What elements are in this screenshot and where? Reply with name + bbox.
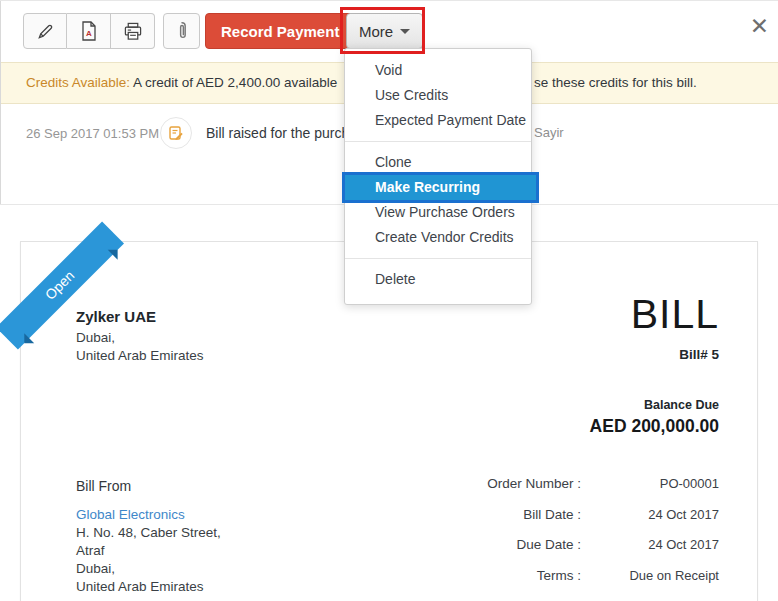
organization-address-line: United Arab Emirates [76, 347, 204, 365]
bill-fields: Order Number :PO-00001Bill Date :24 Oct … [419, 476, 719, 598]
balance-due-label: Balance Due [590, 398, 719, 412]
bill-field-value: PO-00001 [581, 476, 719, 491]
credits-banner-message: A credit of AED 2,400.00 available [130, 75, 337, 90]
menu-divider [345, 258, 531, 259]
balance-due-block: Balance Due AED 200,000.00 [590, 398, 719, 437]
vendor-address-line: Dubai, [76, 560, 221, 578]
bill-field-row: Due Date :24 Oct 2017 [419, 537, 719, 552]
comment-text: Bill raised for the purcha [206, 125, 357, 141]
comment-timestamp: 26 Sep 2017 01:53 PM [26, 126, 159, 141]
print-button[interactable] [111, 13, 155, 49]
record-payment-button[interactable]: Record Payment [205, 13, 355, 49]
bill-field-label: Due Date : [419, 537, 581, 552]
more-button[interactable]: More [346, 13, 423, 49]
bill-field-value: 24 Oct 2017 [581, 537, 719, 552]
menu-item-create-vendor-credits[interactable]: Create Vendor Credits [345, 225, 531, 250]
bill-title: BILL [631, 294, 719, 335]
menu-item-view-purchase-orders[interactable]: View Purchase Orders [345, 200, 531, 225]
credits-banner-text-left: Credits Available: A credit of AED 2,400… [26, 63, 337, 103]
print-icon [123, 22, 143, 41]
menu-item-use-credits[interactable]: Use Credits [345, 83, 531, 108]
toolbar-button-group: A [23, 13, 155, 49]
edit-button[interactable] [23, 13, 67, 49]
balance-due-value: AED 200,000.00 [590, 416, 719, 437]
attachment-icon [176, 21, 188, 41]
organization-address-line: Dubai, [76, 329, 204, 347]
bill-field-value: 24 Oct 2017 [581, 507, 719, 522]
organization-address-lines: Dubai,United Arab Emirates [76, 329, 204, 365]
credits-banner-text-right: se these credits for this bill. [534, 63, 697, 103]
vendor-address-line: H. No. 48, Caber Street, [76, 524, 221, 542]
menu-item-clone[interactable]: Clone [345, 150, 531, 175]
bill-title-block: BILL Bill# 5 [631, 294, 719, 362]
pdf-button[interactable]: A [67, 13, 111, 49]
edit-icon [36, 22, 55, 41]
organization-address-block: Zylker UAE Dubai,United Arab Emirates [76, 308, 204, 365]
bill-from-block: Bill From Global Electronics H. No. 48, … [76, 477, 221, 596]
menu-item-expected-payment-date[interactable]: Expected Payment Date [345, 108, 531, 133]
bill-field-label: Order Number : [419, 476, 581, 491]
bill-field-value: Due on Receipt [581, 568, 719, 583]
pdf-icon: A [80, 21, 98, 41]
note-pencil-icon [160, 117, 192, 149]
comment-author: Sayir [534, 125, 564, 140]
record-payment-label: Record Payment [221, 23, 339, 40]
menu-item-delete[interactable]: Delete [345, 267, 531, 292]
close-icon[interactable]: ✕ [750, 15, 769, 38]
bill-field-row: Order Number :PO-00001 [419, 476, 719, 491]
bill-field-label: Bill Date : [419, 507, 581, 522]
bill-field-row: Terms :Due on Receipt [419, 568, 719, 583]
vendor-address-lines: H. No. 48, Caber Street,Atraf Dubai,Unit… [76, 524, 221, 596]
bill-from-label: Bill From [76, 477, 221, 495]
more-menu: VoidUse CreditsExpected Payment DateClon… [344, 48, 532, 305]
chevron-down-icon [400, 29, 410, 34]
vendor-address-line: United Arab Emirates [76, 578, 221, 596]
svg-text:A: A [86, 29, 92, 38]
bill-field-row: Bill Date :24 Oct 2017 [419, 507, 719, 522]
vendor-name-link[interactable]: Global Electronics [76, 506, 221, 524]
bill-details-pane: A Record Payment More [0, 0, 778, 601]
menu-item-make-recurring[interactable]: Make Recurring [345, 175, 536, 200]
credits-banner-label: Credits Available: [26, 75, 130, 90]
more-button-label: More [359, 23, 393, 40]
bill-field-label: Terms : [419, 568, 581, 583]
menu-divider [345, 141, 531, 142]
vendor-address-line: Atraf [76, 542, 221, 560]
menu-item-void[interactable]: Void [345, 58, 531, 83]
bill-number: Bill# 5 [631, 347, 719, 362]
organization-name: Zylker UAE [76, 308, 204, 326]
attach-file-button[interactable] [163, 13, 200, 49]
